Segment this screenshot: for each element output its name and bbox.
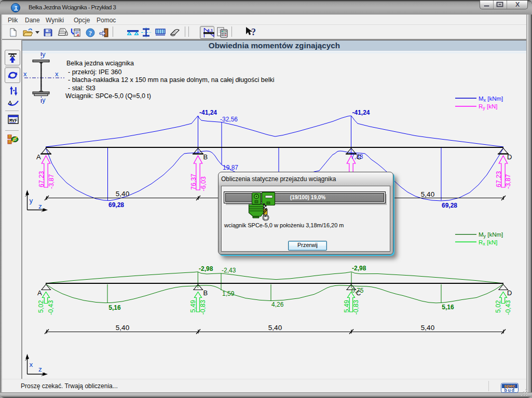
svg-text:B: B (203, 289, 208, 297)
svg-text:x: x (23, 70, 27, 78)
svg-text:-2,98: -2,98 (199, 265, 213, 272)
svg-text:z: z (38, 202, 42, 210)
svg-text:-0,83: -0,83 (199, 300, 207, 315)
svg-text:x: x (30, 361, 33, 368)
svg-text:X: X (515, 1, 520, 8)
svg-text:- stal: St3: - stal: St3 (68, 85, 96, 92)
svg-text:Rx [kN]: Rx [kN] (479, 239, 497, 246)
svg-text:-3,87: -3,87 (504, 174, 512, 189)
svg-text:5,40: 5,40 (116, 324, 129, 332)
svg-text:69,28: 69,28 (442, 202, 457, 209)
svg-text:?: ? (89, 29, 92, 37)
svg-text:69,28: 69,28 (108, 201, 124, 209)
svg-text:- blacha-nakładka 12 x 150 mm: - blacha-nakładka 12 x 150 mm na pasie d… (68, 76, 274, 84)
svg-text:x: x (55, 70, 59, 78)
svg-text:67,23: 67,23 (495, 171, 502, 187)
svg-text:-41,24: -41,24 (199, 109, 217, 116)
svg-text:19,87: 19,87 (223, 164, 238, 171)
svg-text:A: A (76, 33, 79, 37)
svg-text:5,40: 5,40 (421, 190, 434, 198)
svg-text:y: y (30, 197, 33, 204)
svg-text:Mx [kNm]: Mx [kNm] (479, 95, 503, 103)
svg-text:C: C (356, 289, 361, 297)
svg-text:?: ? (251, 27, 256, 37)
svg-text:- przekrój: IPE 360: - przekrój: IPE 360 (68, 68, 122, 76)
svg-text:C: C (357, 153, 361, 161)
svg-text:5,02: 5,02 (37, 300, 45, 313)
svg-text:1,59: 1,59 (222, 290, 235, 297)
svg-text:5,16: 5,16 (442, 304, 454, 311)
svg-text:z: z (38, 365, 42, 373)
svg-text:4,26: 4,26 (271, 301, 284, 308)
svg-text:-0,83: -0,83 (352, 300, 360, 315)
svg-text:-0,43: -0,43 (504, 300, 512, 315)
svg-text:My [kNm]: My [kNm] (479, 231, 503, 239)
svg-text:5,02: 5,02 (495, 300, 502, 313)
svg-text:B: B (203, 153, 208, 161)
svg-text:5,49: 5,49 (343, 300, 350, 312)
svg-text:-6,03: -6,03 (200, 176, 207, 191)
svg-text:5,40: 5,40 (268, 324, 282, 332)
svg-text:67,23: 67,23 (38, 171, 45, 187)
svg-text:76,37: 76,37 (190, 174, 197, 190)
svg-text:y: y (42, 50, 46, 58)
svg-text:A: A (36, 153, 41, 161)
svg-text:A: A (37, 289, 42, 297)
svg-text:bud: bud (504, 388, 515, 393)
svg-text:-2,98: -2,98 (352, 265, 366, 272)
svg-text:D: D (507, 153, 512, 161)
svg-text:Wciągnik: SPCe-5,0 (Q=5,0 t): Wciągnik: SPCe-5,0 (Q=5,0 t) (65, 92, 151, 100)
svg-text:-2,43: -2,43 (222, 267, 236, 274)
svg-text:4,1: 4,1 (207, 28, 213, 33)
svg-text:Belka jezdna wciągnika: Belka jezdna wciągnika (66, 60, 134, 67)
svg-text:5,16: 5,16 (108, 304, 121, 311)
svg-text:-41,24: -41,24 (352, 109, 370, 116)
svg-text:-0,43: -0,43 (47, 300, 54, 315)
svg-text:-3,87: -3,87 (48, 174, 55, 189)
svg-text:5,49: 5,49 (189, 300, 197, 312)
svg-text:5,40: 5,40 (116, 190, 129, 198)
svg-text:D: D (507, 289, 512, 297)
svg-text:y: y (42, 96, 46, 104)
svg-text:5,40: 5,40 (421, 324, 434, 332)
svg-text:Ry [kN]: Ry [kN] (479, 103, 497, 111)
svg-text:-32,56: -32,56 (220, 116, 238, 123)
